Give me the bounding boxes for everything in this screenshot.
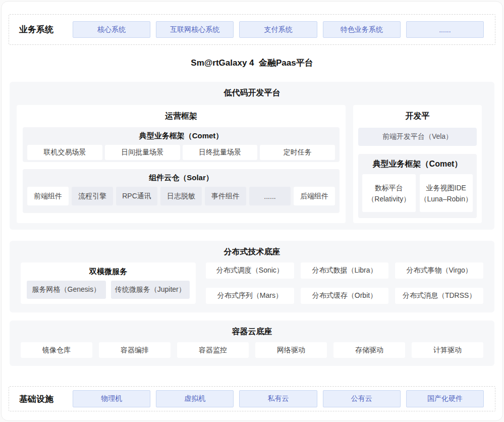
business-system-core-button[interactable]: 核心系统 <box>73 21 150 38</box>
dev-typical-business-framework-panel: 典型业务框架（Comet） 数标平台 （Relativity） 业务视图IDE … <box>358 154 477 218</box>
compute-driver-card: 计算驱动 <box>412 342 483 358</box>
distributed-services-grid: 分布式调度（Sonic） 分布式数据（Libra） 分布式事物（Virgo） 分… <box>206 262 483 304</box>
business-systems-row: 业务系统 核心系统 互联网核心系统 支付系统 特色业务系统 ...... <box>9 14 495 45</box>
container-base-items: 镜像仓库 容器编排 容器监控 网络驱动 存储驱动 计算驱动 <box>21 342 483 358</box>
service-mesh-genesis-chip: 服务网格（Genesis） <box>27 281 106 299</box>
distributed-base-title: 分布式技术底座 <box>21 247 483 257</box>
dev-platform-title: 开发平 <box>358 111 477 122</box>
page-title: Sm@rtGalaxy 4 金融Paas平台 <box>2 57 502 69</box>
infrastructure-row: 基础设施 物理机 虚拟机 私有云 公有云 国产化硬件 <box>9 386 495 411</box>
business-system-payment-button[interactable]: 支付系统 <box>239 21 317 38</box>
container-monitoring-card: 容器监控 <box>177 342 249 358</box>
process-engine-card: 流程引擎 <box>72 187 113 205</box>
frontend-component-card: 前端组件 <box>27 187 69 205</box>
dev-platform-box: 开发平 前端开发平台（Vela） 典型业务框架（Comet） 数标平台 （Rel… <box>353 105 482 223</box>
typical-business-framework-panel: 典型业务框架（Comet） 联机交易场景 日间批量场景 日终批量场景 定时任务 <box>23 127 340 162</box>
relativity-platform-name: 数标平台 <box>375 182 403 193</box>
lowcode-platform-title: 低代码开发平台 <box>17 88 487 98</box>
business-systems-buttons: 核心系统 互联网核心系统 支付系统 特色业务系统 ...... <box>73 21 484 38</box>
event-component-card: 事件组件 <box>205 187 246 205</box>
distributed-message-tdrss-card: 分布式消息（TDRSS） <box>395 288 483 304</box>
virtual-machine-button[interactable]: 虚拟机 <box>156 390 234 407</box>
distributed-transaction-virgo-card: 分布式事物（Virgo） <box>395 262 483 279</box>
daytime-batch-scene-card: 日间批量场景 <box>105 145 180 160</box>
component-cloud-panel: 组件云仓（Solar） 前端组件 流程引擎 RPC通讯 日志脱敏 事件组件 ..… <box>23 169 340 213</box>
lowcode-platform-body: 运营框架 典型业务框架（Comet） 联机交易场景 日间批量场景 日终批量场景 … <box>17 105 487 223</box>
rpc-comm-card: RPC通讯 <box>116 187 157 205</box>
distributed-base-section: 分布式技术底座 双模微服务 服务网格（Genesis） 传统微服务（Jupite… <box>10 241 494 312</box>
dual-mode-microservice-title: 双模微服务 <box>27 267 190 277</box>
infrastructure-buttons: 物理机 虚拟机 私有云 公有云 国产化硬件 <box>73 390 484 407</box>
business-systems-label: 业务系统 <box>19 24 73 35</box>
network-driver-card: 网络驱动 <box>255 342 327 358</box>
relativity-platform-code: （Relativity） <box>367 193 410 204</box>
business-system-special-button[interactable]: 特色业务系统 <box>323 21 401 38</box>
public-cloud-button[interactable]: 公有云 <box>323 390 401 407</box>
scheduled-task-card: 定时任务 <box>260 145 335 160</box>
operation-framework-box: 运营框架 典型业务框架（Comet） 联机交易场景 日间批量场景 日终批量场景 … <box>17 105 346 223</box>
log-masking-card: 日志脱敏 <box>160 187 202 205</box>
distributed-cache-orbit-card: 分布式缓存（Orbit） <box>301 288 389 304</box>
relativity-platform-card: 数标平台 （Relativity） <box>362 174 416 212</box>
business-system-internet-core-button[interactable]: 互联网核心系统 <box>156 21 234 38</box>
private-cloud-button[interactable]: 私有云 <box>239 390 317 407</box>
luna-robin-ide-card: 业务视图IDE （Luna–Robin） <box>420 174 473 212</box>
dev-typical-business-framework-title: 典型业务框架（Comet） <box>362 159 473 170</box>
distributed-scheduling-sonic-card: 分布式调度（Sonic） <box>206 262 294 279</box>
component-cloud-title: 组件云仓（Solar） <box>27 173 335 183</box>
dual-mode-items: 服务网格（Genesis） 传统微服务（Jupiter） <box>27 281 190 299</box>
storage-driver-card: 存储驱动 <box>333 342 405 358</box>
component-cloud-items: 前端组件 流程引擎 RPC通讯 日志脱敏 事件组件 ...... 后端组件 <box>27 187 335 205</box>
container-orchestration-card: 容器编排 <box>99 342 171 358</box>
platform-architecture-diagram: 业务系统 核心系统 互联网核心系统 支付系统 特色业务系统 ...... Sm@… <box>1 1 503 421</box>
online-trading-scene-card: 联机交易场景 <box>27 145 102 160</box>
business-system-more-button[interactable]: ...... <box>406 21 484 38</box>
more-components-card: ...... <box>249 187 291 205</box>
backend-component-card: 后端组件 <box>294 187 335 205</box>
distributed-data-libra-card: 分布式数据（Libra） <box>301 262 389 279</box>
luna-robin-ide-code: （Luna–Robin） <box>420 193 472 204</box>
infrastructure-label: 基础设施 <box>19 393 73 405</box>
domestic-hardware-button[interactable]: 国产化硬件 <box>406 390 484 407</box>
distributed-base-body: 双模微服务 服务网格（Genesis） 传统微服务（Jupiter） 分布式调度… <box>21 262 483 304</box>
typical-business-framework-title: 典型业务框架（Comet） <box>27 131 335 141</box>
physical-machine-button[interactable]: 物理机 <box>73 390 150 407</box>
traditional-microservice-jupiter-chip: 传统微服务（Jupiter） <box>111 281 190 299</box>
dev-framework-cards: 数标平台 （Relativity） 业务视图IDE （Luna–Robin） <box>362 174 473 212</box>
lowcode-platform-section: 低代码开发平台 运营框架 典型业务框架（Comet） 联机交易场景 日间批量场景… <box>10 82 494 230</box>
typical-business-framework-items: 联机交易场景 日间批量场景 日终批量场景 定时任务 <box>27 145 335 160</box>
dual-mode-microservice-box: 双模微服务 服务网格（Genesis） 传统微服务（Jupiter） <box>21 262 196 304</box>
endofday-batch-scene-card: 日终批量场景 <box>183 145 258 160</box>
operation-framework-title: 运营框架 <box>23 111 340 122</box>
distributed-sequence-mars-card: 分布式序列（Mars） <box>206 288 294 304</box>
frontend-dev-platform-vela-chip: 前端开发平台（Vela） <box>358 128 477 146</box>
container-base-section: 容器云底座 镜像仓库 容器编排 容器监控 网络驱动 存储驱动 计算驱动 <box>10 321 494 366</box>
image-registry-card: 镜像仓库 <box>21 342 92 358</box>
luna-robin-ide-name: 业务视图IDE <box>426 182 466 193</box>
container-base-title: 容器云底座 <box>21 327 483 337</box>
